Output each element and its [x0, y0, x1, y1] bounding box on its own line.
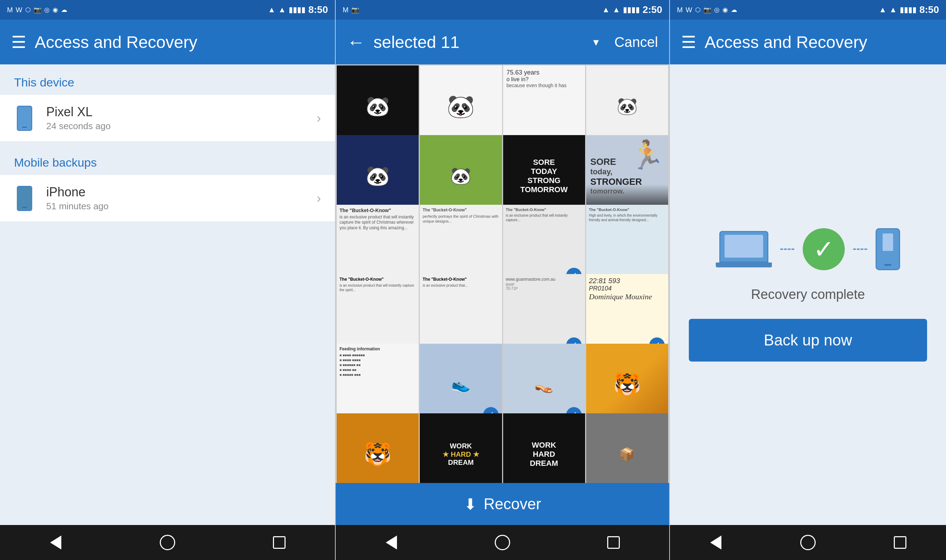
wifi-icon-right: ▲	[879, 5, 886, 14]
recovery-illustration: ✓	[716, 228, 900, 270]
status-icons-left: M W ⬡ 📷 ◎ ◉ ☁	[7, 6, 67, 14]
device-info-iphone: iPhone 51 minutes ago	[46, 185, 306, 212]
chevron-icon-pixel: ›	[317, 111, 321, 126]
panel-access-recovery-left: M W ⬡ 📷 ◎ ◉ ☁ ▲ ▲ ▮▮▮▮ 8:50 ☰ Access and…	[0, 0, 335, 560]
photo-cell-22[interactable]: WORK ★ HARD ★ DREAM	[420, 413, 502, 483]
backup-now-button[interactable]: Back up now	[689, 319, 927, 362]
panel-photo-selection: M 📷 ▲ ▲ ▮▮▮▮ 2:50 ← selected 11 ▾ Cancel…	[335, 0, 670, 560]
home-button-right[interactable]	[796, 530, 820, 555]
phone-icon-large	[876, 228, 900, 270]
page-title-left: Access and Recovery	[35, 32, 324, 52]
laptop-base	[716, 263, 772, 268]
recent-button-left[interactable]	[267, 530, 292, 555]
device-time-pixel: 24 seconds ago	[46, 121, 306, 132]
recent-button-mid[interactable]	[601, 530, 626, 555]
device-item-iphone[interactable]: iPhone 51 minutes ago ›	[0, 175, 335, 222]
battery-icon-right: ▮▮▮▮	[900, 5, 917, 14]
instagram-icon-right-2: ◉	[722, 6, 728, 14]
back-button-mid[interactable]	[379, 530, 404, 555]
app-bar-mid: ← selected 11 ▾ Cancel	[336, 20, 669, 65]
bottom-nav-mid	[336, 525, 669, 560]
bottom-nav-right	[670, 525, 946, 560]
word-icon: W	[16, 6, 22, 14]
mail-icon: M	[7, 6, 13, 14]
dashed-line-right	[853, 249, 867, 250]
selected-count-label: selected 11	[373, 32, 582, 52]
time-left: 8:50	[308, 4, 328, 15]
success-check-icon: ✓	[803, 228, 845, 270]
device-time-iphone: 51 minutes ago	[46, 201, 306, 212]
mail-icon-right: M	[677, 6, 683, 14]
cloud-icon: ☁	[61, 6, 67, 14]
recover-icon: ⬇	[464, 495, 477, 513]
home-button-mid[interactable]	[490, 530, 515, 555]
recent-button-right[interactable]	[888, 530, 912, 555]
camera-icon-mid: 📷	[352, 6, 359, 14]
dropdown-arrow[interactable]: ▾	[593, 35, 599, 49]
section-divider	[0, 142, 335, 145]
app-icon-right-1: ⬡	[695, 6, 701, 14]
content-left: This device Pixel XL 24 seconds ago › Mo…	[0, 65, 335, 525]
word-icon-right: W	[686, 6, 692, 14]
recovery-status-text: Recovery complete	[751, 287, 865, 302]
camera-icon: 📷	[34, 6, 41, 14]
recover-bar[interactable]: ⬇ Recover	[336, 483, 669, 525]
status-icons-mid-left: M 📷	[343, 6, 359, 14]
wifi-icon: ▲	[268, 5, 275, 14]
wifi-icon-mid: ▲	[602, 5, 610, 14]
chevron-icon-iphone: ›	[317, 191, 321, 206]
recover-label: Recover	[484, 495, 541, 513]
time-mid: 2:50	[643, 4, 662, 15]
panel-recovery-complete: M W ⬡ 📷 ◎ ◉ ☁ ▲ ▲ ▮▮▮▮ 8:50 ☰ Access and…	[670, 0, 946, 560]
status-bar-left: M W ⬡ 📷 ◎ ◉ ☁ ▲ ▲ ▮▮▮▮ 8:50	[0, 0, 335, 20]
signal-icon-right: ▲	[889, 5, 897, 14]
mail-icon-mid: M	[343, 6, 349, 14]
status-icons-right-right: ▲ ▲ ▮▮▮▮ 8:50	[879, 4, 939, 15]
laptop-body	[719, 231, 769, 263]
back-button-right[interactable]	[704, 530, 728, 555]
back-button-appbar[interactable]: ←	[347, 31, 365, 52]
camera-icon-right: 📷	[704, 6, 711, 14]
phone-icon-iphone	[14, 186, 35, 211]
photo-cell-24[interactable]: 📦	[586, 413, 668, 483]
device-name-pixel: Pixel XL	[46, 105, 306, 119]
device-name-iphone: iPhone	[46, 185, 306, 200]
status-bar-right: M W ⬡ 📷 ◎ ◉ ☁ ▲ ▲ ▮▮▮▮ 8:50	[670, 0, 946, 20]
photo-grid: 🐼 🐼 75.63 years o live in? because even …	[336, 65, 669, 483]
app-bar-left: ☰ Access and Recovery	[0, 20, 335, 65]
section-mobile-backups: Mobile backups	[0, 145, 335, 175]
back-button-left[interactable]	[43, 530, 68, 555]
instagram-icon-2: ◉	[52, 6, 58, 14]
bottom-nav-left	[0, 525, 335, 560]
app-icon-1: ⬡	[25, 6, 31, 14]
menu-icon-right[interactable]: ☰	[681, 32, 696, 52]
photo-cell-23[interactable]: WORK HARD DREAM	[503, 413, 585, 483]
phone-icon-pixel	[14, 106, 35, 131]
section-this-device: This device	[0, 65, 335, 95]
app-bar-right: ☰ Access and Recovery	[670, 20, 946, 65]
instagram-icon-1: ◎	[44, 6, 50, 14]
menu-icon-left[interactable]: ☰	[11, 32, 26, 52]
dashed-line-left	[780, 249, 794, 250]
laptop-screen	[725, 235, 763, 258]
time-right: 8:50	[919, 4, 939, 15]
battery-icon: ▮▮▮▮	[289, 5, 306, 14]
status-bar-mid: M 📷 ▲ ▲ ▮▮▮▮ 2:50	[336, 0, 669, 20]
device-item-pixel[interactable]: Pixel XL 24 seconds ago ›	[0, 95, 335, 142]
cloud-icon-right: ☁	[731, 6, 737, 14]
instagram-icon-right-1: ◎	[714, 6, 720, 14]
recovery-content: ✓ Recovery complete Back up now	[670, 65, 946, 525]
laptop-icon-wrap	[716, 231, 772, 268]
photo-cell-21[interactable]: 🐯	[337, 413, 419, 483]
battery-icon-mid: ▮▮▮▮	[623, 5, 640, 14]
home-button-left[interactable]	[155, 530, 180, 555]
device-info-pixel: Pixel XL 24 seconds ago	[46, 105, 306, 132]
page-title-right: Access and Recovery	[705, 32, 935, 52]
cancel-button[interactable]: Cancel	[614, 34, 658, 50]
status-icons-mid-right: ▲ ▲ ▮▮▮▮ 2:50	[602, 4, 662, 15]
signal-icon-mid: ▲	[613, 5, 620, 14]
signal-icon: ▲	[278, 5, 286, 14]
status-icons-right-left2: M W ⬡ 📷 ◎ ◉ ☁	[677, 6, 737, 14]
status-icons-right-left: ▲ ▲ ▮▮▮▮ 8:50	[268, 4, 328, 15]
